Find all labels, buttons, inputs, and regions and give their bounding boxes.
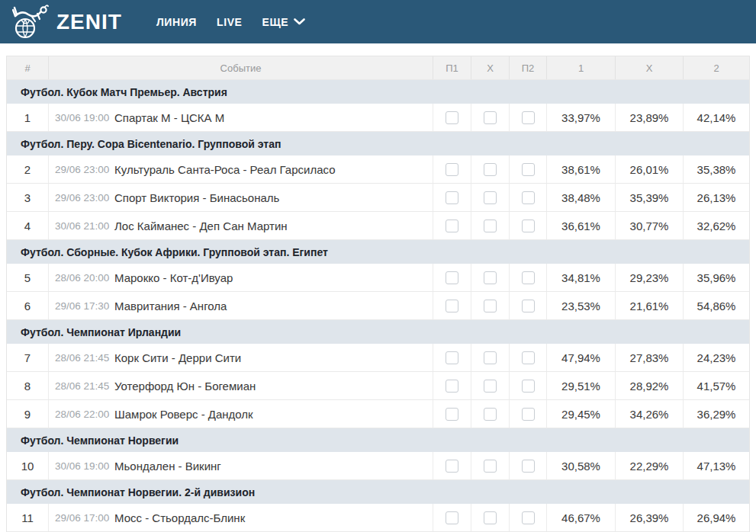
prob-1: 30,58%	[547, 452, 616, 479]
p2-checkbox[interactable]	[522, 300, 535, 312]
nav-item-more[interactable]: ЕЩЕ	[253, 8, 316, 36]
p1-checkbox[interactable]	[446, 111, 458, 124]
column-header-4: П2	[510, 56, 547, 79]
prob-1: 36,61%	[547, 212, 616, 239]
nav-menu: ЛИНИЯ LIVE ЕЩЕ	[146, 8, 315, 36]
row-number: 11	[7, 504, 49, 531]
brand-logo[interactable]: ZENIT	[12, 4, 122, 40]
nav-item-more-label: ЕЩЕ	[262, 16, 289, 28]
p1-checkbox[interactable]	[446, 300, 458, 312]
p2-checkbox[interactable]	[522, 408, 535, 421]
event-name[interactable]: Лос Кайманес - Деп Сан Мартин	[114, 220, 288, 232]
prob-2: 35,96%	[684, 264, 749, 291]
prob-2: 36,29%	[684, 400, 749, 428]
section-header[interactable]: Футбол. Чемпионат Норвегии	[7, 428, 749, 452]
row-number: 2	[7, 155, 49, 183]
event-name[interactable]: Спартак М - ЦСКА М	[114, 111, 224, 124]
prob-2: 47,13%	[684, 452, 749, 479]
x-checkbox[interactable]	[484, 220, 497, 232]
p1-checkbox[interactable]	[446, 191, 458, 204]
chevron-down-icon	[294, 18, 305, 25]
prob-1: 34,81%	[547, 264, 616, 291]
prob-x: 26,01%	[616, 155, 684, 183]
section-header[interactable]: Футбол. Сборные. Кубок Африки. Групповой…	[7, 240, 749, 264]
table-body: Футбол. Кубок Матч Премьер. Австрия 1 30…	[7, 80, 749, 532]
x-checkbox[interactable]	[484, 408, 497, 421]
p1-checkbox[interactable]	[446, 408, 458, 421]
p1-checkbox[interactable]	[446, 271, 458, 284]
x-checkbox[interactable]	[484, 351, 497, 364]
event-name[interactable]: Мавритания - Ангола	[114, 300, 227, 312]
p2-checkbox[interactable]	[522, 380, 535, 393]
p1-checkbox[interactable]	[446, 511, 458, 524]
p1-checkbox[interactable]	[446, 460, 458, 473]
x-checkbox[interactable]	[484, 163, 497, 176]
prob-1: 38,48%	[547, 184, 616, 211]
p2-checkbox[interactable]	[522, 163, 535, 176]
p2-checkbox[interactable]	[522, 511, 535, 524]
p1-checkbox[interactable]	[446, 163, 458, 176]
x-checkbox[interactable]	[484, 380, 497, 393]
event-row: 8 28/06 21:45 Уотерфорд Юн - Богемиан 29…	[7, 372, 749, 400]
prob-2: 26,94%	[684, 504, 749, 531]
row-number: 5	[7, 264, 49, 291]
x-checkbox[interactable]	[484, 111, 497, 124]
p1-checkbox[interactable]	[446, 220, 458, 232]
event-name[interactable]: Уотерфорд Юн - Богемиан	[114, 380, 256, 393]
section-header[interactable]: Футбол. Кубок Матч Премьер. Австрия	[7, 80, 749, 104]
p2-checkbox[interactable]	[522, 460, 535, 473]
navbar: ZENIT ЛИНИЯ LIVE ЕЩЕ	[0, 0, 756, 43]
event-datetime: 28/06 21:45	[53, 352, 114, 364]
row-number: 10	[7, 452, 49, 479]
row-number: 6	[7, 292, 49, 319]
event-name[interactable]: Культураль Санта-Роса - Реал Гарсиласо	[114, 163, 336, 176]
event-row: 4 30/06 21:00 Лос Кайманес - Деп Сан Мар…	[7, 212, 749, 240]
prob-2: 42,14%	[684, 104, 749, 131]
event-name[interactable]: Шамрок Роверс - Дандолк	[114, 408, 253, 421]
event-datetime: 30/06 21:00	[53, 220, 114, 232]
x-checkbox[interactable]	[484, 460, 497, 473]
prob-1: 33,97%	[547, 104, 616, 131]
event-datetime: 28/06 20:00	[53, 272, 114, 284]
event-row: 10 30/06 19:00 Мьондален - Викинг 30,58%…	[7, 452, 749, 480]
event-row: 7 28/06 21:45 Корк Сити - Дерри Сити 47,…	[7, 344, 749, 372]
row-number: 4	[7, 212, 49, 239]
x-checkbox[interactable]	[484, 271, 497, 284]
p1-checkbox[interactable]	[446, 351, 458, 364]
event-row: 6 29/06 17:30 Мавритания - Ангола 23,53%…	[7, 292, 749, 320]
row-number: 9	[7, 400, 49, 428]
p2-checkbox[interactable]	[522, 111, 535, 124]
prob-2: 32,62%	[684, 212, 749, 239]
prob-x: 34,26%	[616, 400, 684, 428]
prob-1: 29,51%	[547, 372, 616, 399]
event-name[interactable]: Мьондален - Викинг	[114, 460, 221, 473]
p2-checkbox[interactable]	[522, 191, 535, 204]
prob-x: 26,39%	[616, 504, 684, 531]
nav-item-live[interactable]: LIVE	[207, 8, 253, 36]
x-checkbox[interactable]	[484, 191, 497, 204]
section-header[interactable]: Футбол. Чемпионат Норвегии. 2-й дивизион	[7, 480, 749, 504]
row-number: 3	[7, 184, 49, 211]
prob-x: 29,23%	[616, 264, 684, 291]
row-number: 7	[7, 344, 49, 371]
prob-2: 35,38%	[684, 155, 749, 183]
p2-checkbox[interactable]	[522, 220, 535, 232]
prob-2: 24,23%	[684, 344, 749, 371]
event-name[interactable]: Марокко - Кот-д'Ивуар	[114, 271, 233, 284]
event-row: 5 28/06 20:00 Марокко - Кот-д'Ивуар 34,8…	[7, 264, 749, 292]
x-checkbox[interactable]	[484, 511, 497, 524]
p2-checkbox[interactable]	[522, 271, 535, 284]
prob-x: 22,29%	[616, 452, 684, 479]
event-datetime: 29/06 17:30	[53, 300, 114, 312]
section-header[interactable]: Футбол. Чемпионат Ирландии	[7, 320, 749, 344]
p2-checkbox[interactable]	[522, 351, 535, 364]
nav-item-line[interactable]: ЛИНИЯ	[146, 8, 207, 36]
table-header-row: #СобытиеП1XП21X2	[7, 56, 749, 80]
event-name[interactable]: Мосс - Стьордалс-Блинк	[114, 511, 245, 524]
event-row: 1 30/06 19:00 Спартак М - ЦСКА М 33,97% …	[7, 104, 749, 132]
event-name[interactable]: Спорт Виктория - Бинасьональ	[114, 191, 279, 204]
event-name[interactable]: Корк Сити - Дерри Сити	[114, 351, 241, 364]
x-checkbox[interactable]	[484, 300, 497, 312]
p1-checkbox[interactable]	[446, 380, 458, 393]
section-header[interactable]: Футбол. Перу. Copa Bicentenario. Группов…	[7, 132, 749, 155]
